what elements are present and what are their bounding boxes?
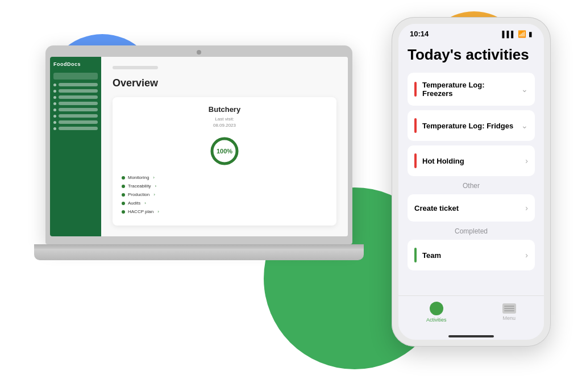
sidebar-item-7[interactable] [53,120,98,124]
link-dot-traceability [122,185,125,188]
menu-tab-label: Menu [503,315,516,321]
activity-fridges[interactable]: Temperature Log: Fridges ⌄ [408,110,535,141]
activity-hot-holding[interactable]: Hot Holding › [408,145,535,176]
hot-holding-label: Hot Holding [422,157,521,165]
link-label-monitoring: Monitoring [128,175,149,180]
wifi-icon: 📶 [518,30,526,38]
activity-create-ticket[interactable]: Create ticket › [408,194,535,222]
sidebar-dot-6 [53,115,56,118]
battery-icon: ▮ [529,30,533,38]
laptop-screen-inner: FoodDocs [50,57,348,236]
sidebar-dot-7 [53,121,56,124]
tab-menu[interactable]: Menu [502,303,516,321]
link-dot-production [122,193,125,197]
link-arrow-haccp: › [157,209,159,214]
fridges-border [414,118,417,133]
card-link-monitoring[interactable]: Monitoring › [122,175,327,180]
team-border [414,248,417,262]
link-dot-audits [122,202,125,205]
home-indicator [448,335,494,337]
phone-page-title: Today's activities [408,46,535,64]
card-subtitle: Last visit:08.09.2023 [122,116,327,128]
link-arrow-production: › [153,192,155,197]
laptop: FoodDocs [34,45,364,290]
phone-screen: 10:14 ▌▌▌ 📶 ▮ Today's activities Tempera… [398,24,544,340]
sidebar-dot-4 [53,102,56,105]
hot-holding-border [414,153,417,168]
activity-team[interactable]: Team › [408,240,535,270]
phone-content: Today's activities Temperature Log: Free… [398,41,544,295]
status-icons: ▌▌▌ 📶 ▮ [502,30,533,38]
hot-holding-chevron-icon: › [525,156,528,165]
laptop-base [34,249,364,260]
team-chevron-icon: › [525,251,528,260]
create-ticket-chevron-icon: › [525,203,528,212]
progress-circle: 100% [209,135,240,167]
activities-tab-icon [430,302,443,315]
section-completed-label: Completed [408,227,535,235]
link-arrow-traceability: › [155,184,157,189]
sidebar-bar-2 [59,89,98,93]
phone: 10:14 ▌▌▌ 📶 ▮ Today's activities Tempera… [392,17,551,347]
laptop-logo: FoodDocs [53,61,98,67]
freezers-chevron-icon: ⌄ [521,85,528,94]
link-arrow-monitoring: › [153,175,155,180]
create-ticket-label: Create ticket [414,204,521,212]
fridges-chevron-icon: ⌄ [521,121,528,130]
laptop-card: Butchery Last visit:08.09.2023 100% [113,97,336,226]
tab-activities[interactable]: Activities [426,302,447,323]
scene: FoodDocs [0,0,582,392]
activity-freezers[interactable]: Temperature Log: Freezers ⌄ [408,73,535,106]
progress-circle-container: 100% [122,135,327,167]
sidebar-bar-4 [59,102,98,105]
sidebar-bar-5 [59,108,98,111]
card-link-haccp[interactable]: HACCP plan › [122,209,327,214]
progress-text: 100% [217,148,232,155]
link-label-traceability: Traceability [128,184,151,189]
card-link-production[interactable]: Production › [122,192,327,197]
card-link-traceability[interactable]: Traceability › [122,184,327,189]
phone-outer: 10:14 ▌▌▌ 📶 ▮ Today's activities Tempera… [392,17,551,347]
sidebar-item-2[interactable] [53,89,98,93]
link-label-production: Production [128,192,149,197]
link-label-audits: Audits [128,201,140,206]
link-arrow-audits: › [144,201,146,206]
phone-tab-bar: Activities Menu [398,295,544,332]
laptop-breadcrumb [113,66,158,69]
card-title: Butchery [122,105,327,114]
team-label: Team [422,251,521,260]
freezers-border [414,82,417,97]
sidebar-item-1[interactable] [53,83,98,86]
sidebar-item-3[interactable] [53,95,98,99]
sidebar-bar-3 [59,95,98,99]
sidebar-bar-1 [59,83,98,86]
freezers-label: Temperature Log: Freezers [422,81,517,98]
sidebar-bar-8 [59,127,98,130]
sidebar-bar-6 [59,114,98,118]
sidebar-item-6[interactable] [53,114,98,118]
link-dot-monitoring [122,176,125,180]
card-link-audits[interactable]: Audits › [122,201,327,206]
phone-status-bar: 10:14 ▌▌▌ 📶 ▮ [398,24,544,41]
link-label-haccp: HACCP plan [128,209,153,214]
menu-tab-icon [502,303,516,314]
sidebar-bar-7 [59,120,98,124]
sidebar-dot-3 [53,96,56,99]
laptop-camera [197,50,201,55]
laptop-main-content: Overview Butchery Last visit:08.09.2023 … [101,57,348,236]
status-time: 10:14 [410,30,429,38]
sidebar-dot-2 [53,90,56,93]
fridges-label: Temperature Log: Fridges [422,122,517,130]
sidebar-dot-8 [53,127,56,130]
sidebar-item-5[interactable] [53,108,98,111]
sidebar-dot-1 [53,84,56,86]
activities-tab-label: Activities [426,317,447,323]
signal-icon: ▌▌▌ [502,31,516,37]
sidebar-item-4[interactable] [53,102,98,105]
laptop-screen-outer: FoodDocs [45,45,352,244]
link-dot-haccp [122,210,125,214]
sidebar-active-item[interactable] [53,73,98,80]
laptop-page-title: Overview [113,77,336,89]
laptop-sidebar: FoodDocs [50,57,101,236]
sidebar-item-8[interactable] [53,127,98,130]
